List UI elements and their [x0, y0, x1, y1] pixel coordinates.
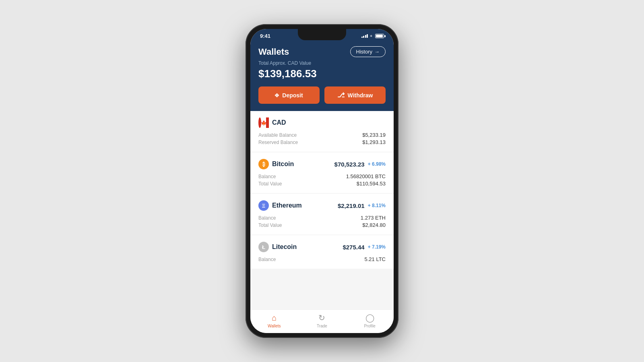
wallet-card-cad[interactable]: 🍁 CAD Available Balance $5,233.19 Reserv… — [250, 111, 394, 152]
status-time: 9:41 — [260, 33, 270, 39]
eth-header: Ξ Ethereum $2,219.01 + 8.11% — [258, 200, 386, 211]
btc-change: + 6.98% — [368, 161, 386, 167]
deposit-button[interactable]: ⎆ Deposit — [258, 86, 320, 104]
wallets-nav-icon: ⌂ — [272, 313, 277, 323]
wallets-nav-label: Wallets — [268, 324, 281, 328]
header: Wallets History → Total Approx. CAD Valu… — [250, 41, 394, 111]
trade-nav-icon: ↻ — [318, 313, 325, 323]
deposit-icon: ⎆ — [275, 92, 279, 99]
cad-icon: 🍁 — [258, 117, 269, 128]
cad-reserved-value: $1,293.13 — [362, 139, 386, 145]
eth-name-row: Ξ Ethereum — [258, 200, 302, 211]
ltc-name-row: Ł Litecoin — [258, 242, 297, 252]
ltc-balance-label: Balance — [258, 257, 276, 262]
signal-bars-icon — [361, 34, 368, 38]
eth-balance-row: Balance 1.273 ETH — [258, 215, 386, 221]
bottom-nav: ⌂ Wallets ↻ Trade ◯ Profile — [250, 309, 394, 333]
btc-price-row: $70,523.23 + 6.98% — [334, 161, 386, 168]
btc-price: $70,523.23 — [334, 161, 365, 168]
btc-balance-value: 1.56820001 BTC — [346, 173, 386, 179]
cad-name-row: 🍁 CAD — [258, 117, 286, 128]
eth-price: $2,219.01 — [338, 202, 365, 209]
cad-available-row: Available Balance $5,233.19 — [258, 132, 386, 138]
cad-reserved-label: Reserved Balance — [258, 140, 298, 145]
btc-total-label: Total Value — [258, 181, 282, 187]
battery-fill — [376, 35, 383, 37]
page-title: Wallets — [258, 47, 289, 57]
btc-balance-row: Balance 1.56820001 BTC — [258, 173, 386, 179]
cad-header: 🍁 CAD — [258, 117, 386, 128]
phone-screen: 9:41 ⌖ Wallets History → — [250, 29, 394, 333]
history-button[interactable]: History → — [350, 46, 386, 57]
wallet-card-btc[interactable]: ₿ Bitcoin $70,523.23 + 6.98% Balance 1.5… — [250, 152, 394, 193]
ltc-icon: Ł — [258, 242, 269, 252]
ltc-change: + 7.19% — [368, 244, 386, 250]
wallet-card-ltc[interactable]: Ł Litecoin $275.44 + 7.19% Balance 5.21 … — [250, 235, 394, 269]
cad-name: CAD — [272, 119, 286, 126]
eth-total-value: $2,824.80 — [362, 222, 386, 228]
withdraw-icon: ⎇ — [337, 91, 345, 99]
eth-balance-label: Balance — [258, 215, 276, 221]
nav-profile[interactable]: ◯ Profile — [358, 313, 382, 328]
btc-name-row: ₿ Bitcoin — [258, 159, 294, 169]
deposit-label: Deposit — [282, 92, 303, 99]
btc-icon: ₿ — [258, 159, 269, 169]
ltc-balance-row: Balance 5.21 LTC — [258, 256, 386, 262]
signal-bar-2 — [363, 36, 364, 38]
eth-total-label: Total Value — [258, 222, 282, 228]
eth-details: Balance 1.273 ETH Total Value $2,824.80 — [258, 215, 386, 228]
btc-details: Balance 1.56820001 BTC Total Value $110,… — [258, 173, 386, 187]
cad-available-label: Available Balance — [258, 132, 297, 138]
header-top: Wallets History → — [258, 46, 386, 57]
profile-nav-icon: ◯ — [365, 313, 374, 323]
signal-bar-3 — [365, 35, 366, 38]
arrow-right-icon: → — [374, 49, 380, 55]
ltc-name: Litecoin — [272, 243, 297, 251]
ltc-header: Ł Litecoin $275.44 + 7.19% — [258, 242, 386, 252]
btc-balance-label: Balance — [258, 174, 276, 179]
withdraw-label: Withdraw — [348, 92, 373, 99]
phone-frame: 9:41 ⌖ Wallets History → — [246, 24, 398, 338]
eth-balance-value: 1.273 ETH — [361, 215, 386, 221]
eth-icon: Ξ — [258, 200, 269, 211]
nav-wallets[interactable]: ⌂ Wallets — [262, 313, 286, 328]
trade-nav-label: Trade — [317, 324, 327, 328]
btc-name: Bitcoin — [272, 160, 294, 168]
profile-nav-label: Profile — [364, 324, 375, 328]
history-button-label: History — [356, 49, 372, 55]
ltc-balance-value: 5.21 LTC — [364, 256, 386, 262]
signal-bar-4 — [367, 34, 368, 38]
ltc-details: Balance 5.21 LTC — [258, 256, 386, 262]
cad-available-value: $5,233.19 — [362, 132, 386, 138]
total-label: Total Approx. CAD Value — [258, 60, 386, 66]
notch — [298, 29, 346, 40]
wifi-icon: ⌖ — [370, 33, 372, 39]
cad-reserved-row: Reserved Balance $1,293.13 — [258, 139, 386, 145]
btc-total-row: Total Value $110,594.53 — [258, 181, 386, 187]
cad-details: Available Balance $5,233.19 Reserved Bal… — [258, 132, 386, 145]
svg-text:🍁: 🍁 — [261, 120, 267, 126]
battery-icon — [375, 34, 384, 38]
eth-name: Ethereum — [272, 202, 302, 209]
wallet-list: 🍁 CAD Available Balance $5,233.19 Reserv… — [250, 111, 394, 309]
eth-total-row: Total Value $2,824.80 — [258, 222, 386, 228]
eth-price-row: $2,219.01 + 8.11% — [338, 202, 386, 209]
withdraw-button[interactable]: ⎇ Withdraw — [324, 86, 386, 104]
wallet-card-eth[interactable]: Ξ Ethereum $2,219.01 + 8.11% Balance 1.2… — [250, 194, 394, 234]
btc-header: ₿ Bitcoin $70,523.23 + 6.98% — [258, 159, 386, 169]
eth-change: + 8.11% — [368, 203, 386, 208]
ltc-price: $275.44 — [343, 244, 364, 251]
total-value: $139,186.53 — [258, 68, 386, 80]
action-buttons: ⎆ Deposit ⎇ Withdraw — [258, 86, 386, 104]
ltc-price-row: $275.44 + 7.19% — [343, 244, 386, 251]
signal-bar-1 — [361, 37, 363, 38]
nav-trade[interactable]: ↻ Trade — [310, 313, 334, 328]
btc-total-value: $110,594.53 — [357, 181, 386, 187]
status-icons: ⌖ — [361, 33, 384, 39]
